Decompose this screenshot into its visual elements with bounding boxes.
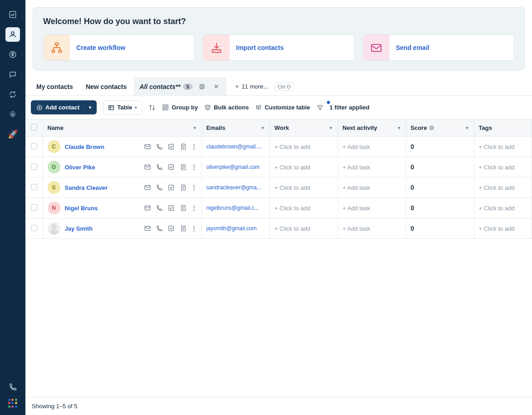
contact-email-link[interactable]: jaysmith@gmail.com — [207, 225, 265, 232]
contact-name-link[interactable]: Jay Smith — [65, 225, 93, 232]
contact-email-link[interactable]: sandracleaver@gma... — [207, 184, 265, 191]
column-emails[interactable]: Emails▼ — [202, 119, 270, 137]
row-call-icon[interactable] — [156, 163, 163, 171]
work-add[interactable]: + Click to add — [275, 225, 310, 232]
sidebar-item-rocket[interactable]: 🚀 — [5, 127, 20, 142]
row-email-icon[interactable] — [144, 204, 151, 212]
contact-name-link[interactable]: Oliver Pike — [65, 164, 95, 171]
row-email-icon[interactable] — [144, 163, 151, 171]
sidebar-more-icon[interactable]: ⋮ — [20, 72, 25, 78]
tab-new-contacts[interactable]: New contacts — [80, 79, 132, 95]
view-toggle-button[interactable]: Table ▾ — [103, 100, 142, 114]
row-note-icon[interactable] — [179, 225, 187, 232]
welcome-card-create-workflow[interactable]: Create workflow — [43, 35, 195, 61]
work-add[interactable]: + Click to add — [275, 164, 310, 171]
sidebar-more-icon[interactable]: ⋮ — [20, 32, 25, 38]
row-task-icon[interactable] — [167, 184, 175, 191]
next-activity-add[interactable]: + Add task — [343, 164, 370, 171]
row-task-icon[interactable] — [167, 163, 175, 171]
tab-all-contacts[interactable]: All contacts** 5 — [134, 77, 226, 96]
contact-email-link[interactable]: claudebrown@gmail.... — [207, 143, 265, 150]
tab-close-icon[interactable] — [212, 82, 221, 91]
contact-email-link[interactable]: nigelbruns@gmail.c... — [207, 205, 265, 211]
column-work[interactable]: Work▼ — [270, 119, 338, 137]
tags-add[interactable]: + Click to add — [479, 184, 515, 191]
sidebar-item-deals[interactable]: ⋮ — [5, 47, 20, 62]
tags-add[interactable]: + Click to add — [479, 205, 515, 212]
tags-add[interactable]: + Click to add — [479, 143, 515, 150]
row-call-icon[interactable] — [156, 143, 163, 150]
tab-my-contacts[interactable]: My contacts — [31, 79, 79, 95]
chevron-down-icon[interactable]: ▼ — [261, 126, 265, 130]
row-task-icon[interactable] — [167, 225, 175, 232]
chevron-down-icon[interactable]: ▼ — [397, 126, 401, 130]
row-more-icon[interactable]: ⋮ — [191, 225, 197, 232]
gear-icon[interactable]: ⚙ — [429, 124, 434, 131]
sidebar-item-automation[interactable]: ⋮ — [5, 87, 20, 102]
next-activity-add[interactable]: + Add task — [343, 143, 370, 150]
row-task-icon[interactable] — [167, 143, 175, 150]
row-note-icon[interactable] — [179, 143, 187, 150]
sidebar-item-dashboard[interactable]: ⋮ — [5, 7, 20, 22]
row-call-icon[interactable] — [156, 225, 163, 232]
welcome-card-import-contacts[interactable]: Import contacts — [203, 35, 355, 61]
sidebar-more-icon[interactable]: ⋮ — [20, 12, 25, 18]
contact-name-link[interactable]: Claude Brown — [65, 143, 104, 150]
sidebar-phone-button[interactable] — [8, 382, 17, 391]
tabs-more-button[interactable]: + 11 more... Ctrl O — [236, 83, 294, 91]
next-activity-add[interactable]: + Add task — [343, 205, 370, 212]
add-contact-button[interactable]: Add contact ▾ — [31, 100, 97, 114]
row-checkbox[interactable] — [31, 143, 37, 149]
row-note-icon[interactable] — [179, 204, 187, 212]
work-add[interactable]: + Click to add — [275, 184, 310, 191]
customize-table-button[interactable]: Customize table — [255, 104, 310, 111]
row-email-icon[interactable] — [144, 184, 151, 191]
chevron-down-icon[interactable]: ▼ — [465, 126, 469, 130]
row-checkbox[interactable] — [31, 225, 37, 231]
select-all-checkbox[interactable] — [31, 124, 37, 130]
row-note-icon[interactable] — [179, 163, 187, 171]
row-more-icon[interactable]: ⋮ — [191, 143, 197, 150]
sidebar-item-conversations[interactable]: ⋮ — [5, 67, 20, 82]
row-checkbox[interactable] — [31, 204, 37, 211]
column-next-activity[interactable]: Next activity▼ — [338, 119, 406, 137]
sort-button[interactable] — [148, 104, 156, 111]
column-tags[interactable]: Tags — [474, 119, 532, 137]
group-by-button[interactable]: Group by — [162, 104, 198, 111]
filter-applied-button[interactable]: 1 filter applied — [316, 104, 369, 111]
contact-name-link[interactable]: Nigel Bruns — [65, 205, 98, 212]
chevron-down-icon[interactable]: ▼ — [193, 126, 197, 130]
app-launcher-button[interactable] — [8, 399, 17, 408]
chevron-down-icon[interactable]: ▾ — [84, 105, 91, 110]
row-email-icon[interactable] — [144, 143, 151, 150]
row-more-icon[interactable]: ⋮ — [191, 163, 197, 171]
next-activity-add[interactable]: + Add task — [343, 225, 370, 232]
sidebar-more-icon[interactable]: ⋮ — [20, 112, 25, 118]
bulk-actions-button[interactable]: Bulk actions — [204, 104, 249, 111]
column-name[interactable]: Name▼ — [43, 119, 202, 137]
row-email-icon[interactable] — [144, 225, 151, 232]
sidebar-item-contacts[interactable]: ⋮ — [5, 27, 20, 42]
tab-save-icon[interactable] — [197, 82, 207, 92]
column-score[interactable]: Score⚙▼ — [406, 119, 474, 137]
contact-name-link[interactable]: Sandra Cleaver — [65, 184, 108, 191]
row-call-icon[interactable] — [156, 184, 163, 191]
tags-add[interactable]: + Click to add — [479, 225, 515, 232]
chevron-down-icon[interactable]: ▼ — [329, 126, 333, 130]
row-checkbox[interactable] — [31, 163, 37, 170]
work-add[interactable]: + Click to add — [275, 205, 310, 212]
row-more-icon[interactable]: ⋮ — [191, 184, 197, 191]
row-note-icon[interactable] — [179, 184, 187, 191]
row-checkbox[interactable] — [31, 184, 37, 190]
row-more-icon[interactable]: ⋮ — [191, 204, 197, 212]
welcome-card-send-email[interactable]: Send email — [363, 35, 514, 61]
row-task-icon[interactable] — [167, 204, 175, 212]
work-add[interactable]: + Click to add — [275, 143, 310, 150]
sidebar-more-icon[interactable]: ⋮ — [20, 92, 25, 98]
tags-add[interactable]: + Click to add — [479, 164, 515, 171]
sidebar-more-icon[interactable]: ⋮ — [20, 52, 25, 58]
row-call-icon[interactable] — [156, 204, 163, 212]
sidebar-item-settings[interactable]: ⋮ — [5, 107, 20, 122]
contact-email-link[interactable]: oliverpike@gmail.com — [207, 164, 265, 170]
next-activity-add[interactable]: + Add task — [343, 184, 370, 191]
